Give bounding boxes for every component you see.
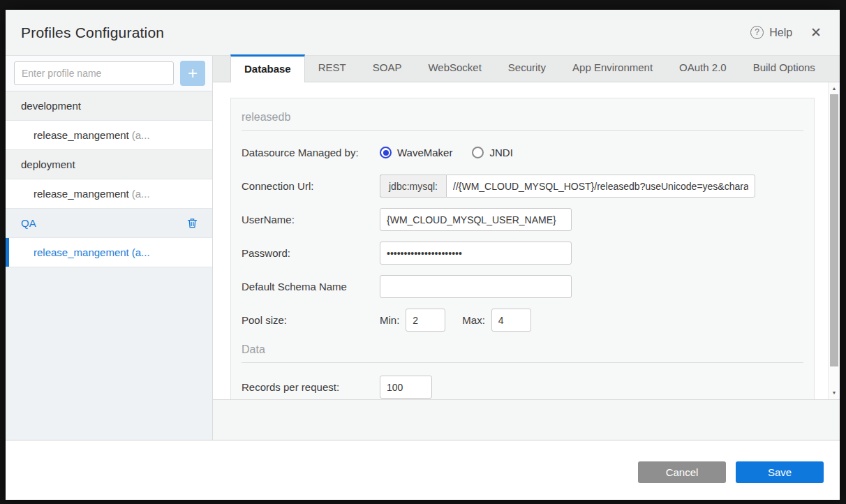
tab-rest[interactable]: REST — [305, 55, 359, 82]
dialog-header: Profiles Configuration ? Help ✕ — [6, 10, 840, 56]
records-per-request-input[interactable] — [380, 376, 432, 399]
help-label: Help — [769, 27, 792, 39]
cancel-button[interactable]: Cancel — [638, 461, 726, 483]
dialog-footer: Cancel Save — [6, 440, 840, 500]
profiles-list: development release_mangement (a... depl… — [6, 91, 212, 440]
close-icon[interactable]: ✕ — [810, 24, 822, 40]
profile-label: QA — [21, 217, 36, 229]
radio-wavemaker-label: WaveMaker — [397, 147, 452, 158]
add-profile-button[interactable]: + — [180, 61, 205, 86]
pool-size-row: Pool size: Min: Max: — [242, 309, 803, 332]
profile-name-input[interactable] — [14, 61, 174, 85]
service-label-suffix: (a... — [132, 129, 150, 141]
profile-tabs: Database REST SOAP WebSocket Security Ap… — [213, 56, 840, 82]
sidebar-item-release-mangement-dev[interactable]: release_mangement (a... — [6, 121, 212, 150]
radio-unselected-icon — [472, 147, 484, 158]
service-label: release_mangement — [34, 188, 129, 200]
sidebar-item-release-mangement-deploy[interactable]: release_mangement (a... — [6, 179, 212, 209]
tab-build-options[interactable]: Build Options — [740, 55, 829, 82]
section-divider — [242, 130, 803, 131]
password-input[interactable] — [380, 242, 572, 265]
pool-size-label: Pool size: — [242, 314, 380, 326]
tab-app-environment[interactable]: App Environment — [559, 55, 666, 82]
username-label: UserName: — [242, 214, 380, 225]
password-row: Password: — [242, 242, 803, 265]
content-bottom-strip — [213, 399, 840, 440]
section-title-data: Data — [242, 342, 803, 362]
section-title-releasedb: releasedb — [242, 98, 803, 130]
datasource-row: Datasource Managed by: WaveMaker JNDI — [242, 141, 803, 164]
default-schema-input[interactable] — [380, 275, 572, 298]
delete-profile-icon[interactable] — [186, 217, 198, 229]
connection-url-row: Connection Url: jdbc:mysql: — [242, 175, 803, 198]
sidebar-item-deployment[interactable]: deployment — [6, 150, 212, 179]
scrollbar-thumb[interactable] — [830, 94, 838, 366]
radio-selected-icon — [380, 147, 392, 158]
profile-label: deployment — [21, 158, 75, 170]
radio-jndi-label: JNDI — [489, 147, 512, 158]
pool-min-input[interactable] — [406, 309, 445, 332]
section-divider — [242, 362, 803, 363]
records-per-request-row: Records per request: — [242, 376, 803, 399]
profile-label: development — [21, 100, 81, 112]
connection-url-input[interactable] — [446, 175, 755, 198]
scroll-up-icon[interactable]: ▲ — [829, 83, 840, 94]
help-icon: ? — [750, 26, 764, 39]
service-label-suffix: (a... — [132, 246, 150, 258]
pool-min-label: Min: — [380, 314, 399, 326]
tab-security[interactable]: Security — [495, 55, 559, 82]
tab-content-viewport: releasedb Datasource Managed by: WaveMak… — [213, 82, 840, 399]
tab-oauth[interactable]: OAuth 2.0 — [666, 55, 740, 82]
password-label: Password: — [242, 247, 380, 259]
tab-soap[interactable]: SOAP — [359, 55, 415, 82]
service-label: release_mangement — [34, 129, 129, 141]
records-per-request-label: Records per request: — [242, 381, 380, 393]
username-row: UserName: — [242, 208, 803, 231]
dialog-title: Profiles Configuration — [21, 24, 164, 41]
connection-url-label: Connection Url: — [242, 180, 380, 192]
username-input[interactable] — [380, 208, 572, 231]
help-button[interactable]: ? Help — [750, 26, 792, 39]
sidebar-item-qa[interactable]: QA — [6, 209, 212, 238]
pool-max-label: Max: — [462, 314, 485, 326]
profile-detail-panel: Database REST SOAP WebSocket Security Ap… — [213, 56, 840, 440]
default-schema-row: Default Schema Name — [242, 275, 803, 298]
tab-websocket[interactable]: WebSocket — [415, 55, 494, 82]
tab-database[interactable]: Database — [230, 54, 305, 82]
sidebar-item-development[interactable]: development — [6, 91, 212, 121]
jdbc-prefix-addon: jdbc:mysql: — [380, 175, 446, 198]
default-schema-label: Default Schema Name — [242, 281, 380, 292]
service-label: release_mangement — [34, 246, 129, 258]
service-label-suffix: (a... — [132, 188, 150, 200]
sidebar-item-release-mangement-qa[interactable]: release_mangement (a... — [6, 238, 212, 267]
profiles-sidebar: + development release_mangement (a... de… — [6, 56, 213, 440]
pool-max-input[interactable] — [491, 309, 531, 332]
radio-wavemaker[interactable]: WaveMaker — [380, 147, 452, 158]
profile-search-row: + — [6, 56, 212, 91]
content-scrollbar[interactable]: ▲ ▼ — [828, 82, 840, 399]
save-button[interactable]: Save — [736, 461, 824, 483]
profiles-configuration-dialog: Profiles Configuration ? Help ✕ + develo… — [6, 10, 840, 500]
dialog-body: + development release_mangement (a... de… — [6, 56, 840, 440]
scroll-down-icon[interactable]: ▼ — [829, 387, 840, 399]
radio-jndi[interactable]: JNDI — [472, 147, 512, 158]
datasource-label: Datasource Managed by: — [242, 147, 380, 158]
database-config-card: releasedb Datasource Managed by: WaveMak… — [230, 98, 815, 399]
